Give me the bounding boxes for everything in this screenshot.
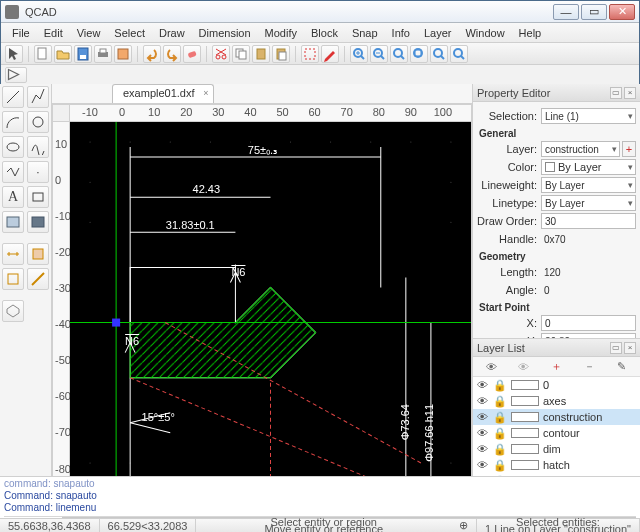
layer-combo[interactable]: construction	[541, 141, 620, 157]
copy-icon[interactable]	[232, 45, 250, 63]
start-y-field[interactable]: 36.82	[541, 333, 636, 338]
new-file-icon[interactable]	[34, 45, 52, 63]
zoom-out-icon[interactable]	[370, 45, 388, 63]
spline-tool-icon[interactable]	[27, 136, 49, 158]
tab-example01[interactable]: example01.dxf ×	[112, 84, 214, 103]
arc-tool-icon[interactable]	[2, 111, 24, 133]
layer-panel-close-icon[interactable]: ×	[624, 342, 636, 354]
linetype-combo[interactable]: By Layer	[541, 195, 636, 211]
ellipse-tool-icon[interactable]	[2, 136, 24, 158]
angle-value: 0	[541, 282, 636, 298]
layer-row: 👁🔒0	[473, 377, 640, 393]
panel-float-icon[interactable]: ▭	[610, 87, 622, 99]
cut-icon[interactable]	[212, 45, 230, 63]
measure-tool-icon[interactable]	[27, 268, 49, 290]
svg-point-35	[290, 142, 291, 143]
svg-point-37	[370, 142, 371, 143]
layer-toolbar: 👁 👁 ＋ － ✎	[473, 357, 640, 377]
svg-point-32	[170, 142, 171, 143]
hide-all-layers-icon[interactable]: 👁	[516, 359, 532, 375]
layer-row: 👁🔒hatch	[473, 457, 640, 473]
polyline2-tool-icon[interactable]	[2, 161, 24, 183]
color-combo[interactable]: By Layer	[541, 159, 636, 175]
block-tool-icon[interactable]	[2, 300, 24, 322]
panel-close-icon[interactable]: ×	[624, 87, 636, 99]
erase-icon[interactable]	[183, 45, 201, 63]
menu-edit[interactable]: Edit	[37, 25, 70, 41]
tab-label: example01.dxf	[123, 87, 195, 99]
svg-rect-29	[8, 274, 18, 284]
menu-modify[interactable]: Modify	[258, 25, 304, 41]
zoom-in-icon[interactable]	[350, 45, 368, 63]
property-editor-header[interactable]: Property Editor ▭×	[473, 84, 640, 102]
pencil-icon[interactable]	[321, 45, 339, 63]
layer-list-header[interactable]: Layer List ▭×	[473, 339, 640, 357]
menu-window[interactable]: Window	[458, 25, 511, 41]
visibility-icon[interactable]: 👁	[475, 379, 489, 391]
back-arrow-icon[interactable]	[5, 67, 27, 83]
modify-tool-icon[interactable]	[2, 268, 24, 290]
add-layer-button[interactable]: +	[622, 141, 636, 157]
lineweight-combo[interactable]: By Layer	[541, 177, 636, 193]
menu-block[interactable]: Block	[304, 25, 345, 41]
line-tool-icon[interactable]	[2, 86, 24, 108]
zoom-window-icon[interactable]	[410, 45, 428, 63]
menu-view[interactable]: View	[70, 25, 108, 41]
zoom-extents-icon[interactable]	[390, 45, 408, 63]
selection-combo[interactable]: Line (1)	[541, 108, 636, 124]
menu-snap[interactable]: Snap	[345, 25, 385, 41]
leader-tool-icon[interactable]	[27, 243, 49, 265]
clipboard-icon[interactable]	[252, 45, 270, 63]
tab-close-icon[interactable]: ×	[203, 88, 208, 98]
edit-layer-icon[interactable]: ✎	[614, 359, 630, 375]
snap-toggle-icon[interactable]: ⊕	[451, 519, 477, 532]
undo-icon[interactable]	[143, 45, 161, 63]
menu-select[interactable]: Select	[107, 25, 152, 41]
add-layer-icon[interactable]: ＋	[548, 359, 564, 375]
color-swatch	[511, 380, 539, 390]
layer-row: 👁🔒contour	[473, 425, 640, 441]
paste-icon[interactable]	[272, 45, 290, 63]
svg-rect-26	[7, 217, 19, 227]
svg-point-42	[90, 222, 91, 223]
dim-phi1: Φ73.64	[399, 404, 411, 440]
layer-row: 👁🔒construction	[473, 409, 640, 425]
maximize-button[interactable]: ▭	[581, 4, 607, 20]
menu-file[interactable]: File	[5, 25, 37, 41]
open-file-icon[interactable]	[54, 45, 72, 63]
remove-layer-icon[interactable]: －	[581, 359, 597, 375]
menu-draw[interactable]: Draw	[152, 25, 192, 41]
window-title: QCAD	[25, 6, 553, 18]
text-tool-icon[interactable]: A	[2, 186, 24, 208]
zoom-previous-icon[interactable]	[450, 45, 468, 63]
save-icon[interactable]	[74, 45, 92, 63]
draworder-field[interactable]: 30	[541, 213, 636, 229]
zoom-selection-icon[interactable]	[430, 45, 448, 63]
start-x-field[interactable]: 0	[541, 315, 636, 331]
menu-info[interactable]: Info	[385, 25, 417, 41]
log-line: command: snapauto	[4, 478, 636, 490]
deselect-icon[interactable]	[301, 45, 319, 63]
lock-icon[interactable]: 🔒	[493, 379, 507, 392]
layer-panel-float-icon[interactable]: ▭	[610, 342, 622, 354]
svg-point-21	[454, 49, 462, 57]
menu-layer[interactable]: Layer	[417, 25, 459, 41]
minimize-button[interactable]: —	[553, 4, 579, 20]
rect-tool-icon[interactable]	[27, 186, 49, 208]
point-tool-icon[interactable]: ·	[27, 161, 49, 183]
svg-line-59	[130, 378, 381, 483]
redo-icon[interactable]	[163, 45, 181, 63]
pointer-icon[interactable]	[5, 45, 23, 63]
image-tool-icon[interactable]	[2, 211, 24, 233]
polyline-tool-icon[interactable]	[27, 86, 49, 108]
dimension-tool-icon[interactable]	[2, 243, 24, 265]
show-all-layers-icon[interactable]: 👁	[483, 359, 499, 375]
menu-help[interactable]: Help	[512, 25, 549, 41]
print-preview-icon[interactable]	[114, 45, 132, 63]
drawing-canvas[interactable]: 75±₀.₃ 42.43 31.83±0.1 N6 N6 15°±5° Φ73.…	[70, 122, 472, 484]
menu-dimension[interactable]: Dimension	[192, 25, 258, 41]
circle-tool-icon[interactable]	[27, 111, 49, 133]
hatch-tool-icon[interactable]	[27, 211, 49, 233]
close-button[interactable]: ✕	[609, 4, 635, 20]
print-icon[interactable]	[94, 45, 112, 63]
